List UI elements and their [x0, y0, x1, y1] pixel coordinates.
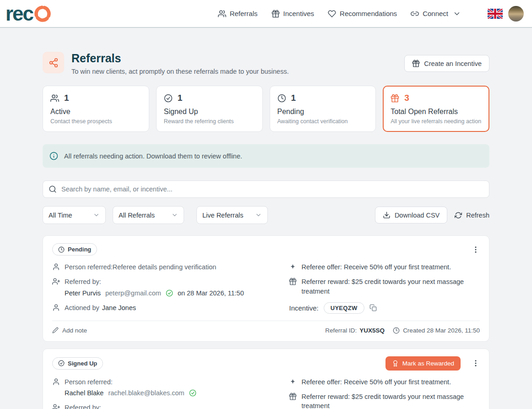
referral-id: Referral ID: YUX5SQ — [325, 327, 385, 334]
link-icon — [411, 10, 419, 18]
referrer-email: peterp@gmail.com — [105, 289, 161, 298]
stat-card-active[interactable]: 1 Active Contact these prospects — [43, 86, 149, 132]
created-timestamp: Created 28 Mar 2026, 11:50 — [393, 327, 480, 334]
referral-id-label: Referral ID: — [325, 327, 357, 334]
stat-label: Active — [50, 108, 141, 116]
referrer-reward-row: Referrer reward: $25 credit towards your… — [289, 392, 480, 409]
create-incentive-label: Create an Incentive — [424, 60, 482, 67]
person-referred-row: Person referred: Rachel Blake rachel.bla… — [52, 377, 277, 398]
search-input[interactable] — [61, 185, 483, 193]
referrer-name: Peter Purvis — [65, 289, 101, 298]
verified-check-icon — [189, 389, 196, 397]
referral-details-right: Referee offer: Receive 50% off your firs… — [289, 377, 480, 409]
more-options-icon[interactable] — [472, 359, 480, 367]
stat-description: All your live referrals needing action — [391, 118, 482, 125]
user-plus-icon — [52, 404, 60, 409]
clock-icon — [58, 246, 65, 253]
download-csv-button[interactable]: Download CSV — [375, 207, 447, 224]
copy-icon[interactable] — [369, 304, 377, 311]
stat-value: 1 — [64, 93, 69, 103]
gift-icon — [271, 10, 280, 18]
stat-card-signed-up[interactable]: 1 Signed Up Reward the referring clients — [156, 86, 263, 132]
referee-name: Rachel Blake — [65, 388, 103, 398]
referral-details-right: Referee offer: Receive 50% off your firs… — [289, 262, 480, 314]
check-circle-icon — [58, 360, 65, 366]
reco-logo[interactable]: rec — [5, 5, 52, 23]
referral-details-left: Person referred: Rachel Blake rachel.bla… — [52, 377, 277, 409]
referral-card-pending: Pending Person referred:Referee details … — [43, 235, 489, 342]
user-icon — [52, 263, 60, 271]
nav-connect[interactable]: Connect — [411, 10, 461, 18]
incentive-label: Incentive: — [289, 304, 318, 312]
referred-by-label: Referred by: — [65, 403, 224, 409]
logo-o-icon — [33, 5, 52, 23]
referred-by-row: Referred by: Jill Frith jf1980@live.com … — [52, 403, 277, 409]
stat-value: 1 — [291, 93, 296, 103]
actioned-by-row: Actioned by Jane Jones — [52, 303, 277, 312]
nav-recommendations-label: Recommendations — [340, 10, 397, 17]
info-icon — [49, 152, 58, 160]
nav-right-group — [488, 6, 524, 22]
filter-actions: Download CSV Refresh — [375, 207, 489, 224]
referred-on-date: on 28 Mar 2026, 11:50 — [178, 289, 244, 298]
users-icon — [50, 94, 59, 103]
nav-incentives[interactable]: Incentives — [271, 10, 315, 18]
stat-description: Awaiting contact verification — [277, 118, 369, 125]
time-filter-select[interactable]: All Time — [43, 206, 106, 224]
incentive-code-badge: UYEQZW — [324, 302, 364, 314]
chevron-down-icon — [255, 212, 262, 218]
sparkle-icon — [289, 378, 297, 386]
referral-state-filter-value: Live Referrals — [202, 212, 243, 219]
user-icon — [52, 304, 60, 311]
gift-icon — [289, 393, 297, 400]
uk-flag-language-switcher[interactable] — [488, 9, 503, 19]
stat-value: 3 — [404, 93, 409, 103]
refresh-icon — [455, 212, 462, 219]
stat-card-total-open-referrals[interactable]: 3 Total Open Referrals All your live ref… — [383, 86, 489, 132]
referral-card-signed-up: Signed Up Mark as Rewarded Person referr… — [43, 349, 489, 409]
verified-check-icon — [166, 289, 173, 297]
sparkle-icon — [289, 263, 297, 271]
mark-as-rewarded-label: Mark as Rewarded — [402, 360, 454, 367]
referee-email: rachel.blake@blakes.com — [108, 388, 184, 398]
gift-icon — [289, 278, 297, 285]
top-navigation-bar: rec Referrals Incentives Recommendations… — [0, 0, 532, 28]
user-avatar[interactable] — [508, 6, 524, 22]
add-note-label: Add note — [62, 327, 87, 334]
chevron-down-icon — [171, 212, 178, 218]
time-filter-value: All Time — [49, 212, 72, 219]
page-header: Referrals To win new clients, act prompt… — [43, 52, 489, 75]
add-note-button[interactable]: Add note — [52, 327, 87, 334]
referral-type-filter-select[interactable]: All Referrals — [113, 206, 184, 224]
referee-offer-row: Referee offer: Receive 50% off your firs… — [289, 262, 480, 272]
status-badge-signed-up: Signed Up — [52, 357, 103, 370]
filter-row: All Time All Referrals Live Referrals Do… — [43, 206, 489, 224]
referred-by-row: Referred by: Peter Purvis peterp@gmail.c… — [52, 277, 277, 298]
clock-icon — [277, 94, 286, 103]
nav-connect-label: Connect — [423, 10, 448, 17]
created-label: Created 28 Mar 2026, 11:50 — [403, 327, 480, 334]
status-badge-pending: Pending — [52, 243, 97, 256]
mark-as-rewarded-button[interactable]: Mark as Rewarded — [385, 356, 461, 371]
referrer-reward-row: Referrer reward: $25 credit towards your… — [289, 277, 480, 296]
page-header-left: Referrals To win new clients, act prompt… — [43, 52, 289, 75]
nav-recommendations[interactable]: Recommendations — [328, 10, 397, 18]
referral-state-filter-select[interactable]: Live Referrals — [196, 206, 268, 224]
referrer-reward-text: Referrer reward: $25 credit towards your… — [301, 277, 480, 296]
nav-referrals[interactable]: Referrals — [218, 10, 258, 18]
more-options-icon[interactable] — [472, 245, 480, 254]
clock-icon — [393, 327, 400, 334]
person-referred-row: Person referred:Referee details pending … — [52, 262, 277, 272]
refresh-button[interactable]: Refresh — [455, 212, 489, 219]
stat-label: Total Open Referrals — [391, 108, 482, 116]
user-plus-icon — [52, 278, 60, 285]
logo-text: rec — [5, 5, 33, 23]
referee-offer-text: Referee offer: Receive 50% off your firs… — [301, 377, 451, 387]
create-incentive-button[interactable]: Create an Incentive — [404, 55, 489, 72]
stat-card-pending[interactable]: 1 Pending Awaiting contact verification — [270, 86, 376, 132]
check-circle-icon — [164, 94, 173, 103]
person-referred-label: Person referred: — [65, 377, 196, 387]
stat-label: Signed Up — [164, 108, 255, 116]
page-subtitle: To win new clients, act promptly on thes… — [71, 68, 289, 75]
status-label: Pending — [68, 246, 91, 253]
